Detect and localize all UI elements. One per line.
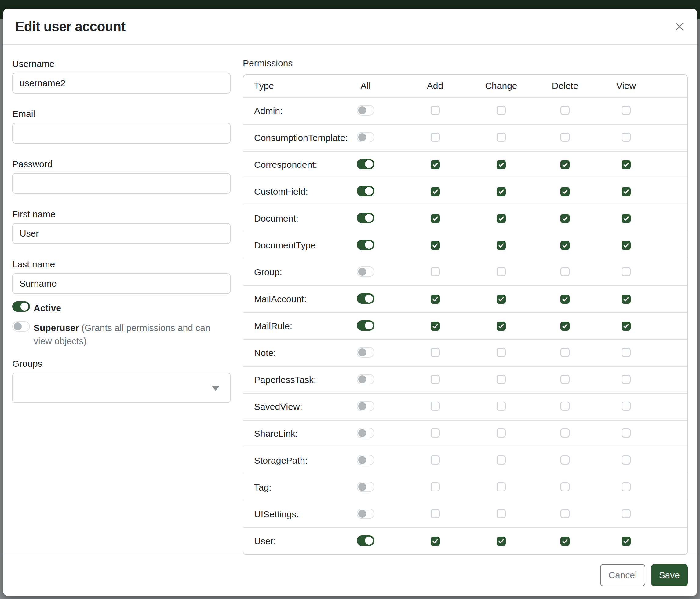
note-all-toggle[interactable] bbox=[357, 347, 374, 358]
mailrule-add-checkbox[interactable] bbox=[431, 321, 440, 331]
tag-all-toggle[interactable] bbox=[357, 482, 374, 492]
sharelink-add-checkbox[interactable] bbox=[431, 429, 440, 438]
document-change-checkbox[interactable] bbox=[497, 214, 506, 223]
edit-user-modal: Edit user account Username Email Passwor… bbox=[3, 8, 697, 596]
admin-change-checkbox[interactable] bbox=[497, 106, 506, 115]
admin-delete-checkbox[interactable] bbox=[560, 106, 570, 115]
tag-delete-checkbox[interactable] bbox=[560, 482, 570, 492]
paperlesstask-view-checkbox[interactable] bbox=[622, 375, 631, 384]
consumptiontemplate-add-checkbox[interactable] bbox=[431, 133, 440, 142]
correspondent-add-checkbox[interactable] bbox=[431, 160, 440, 169]
paperlesstask-delete-checkbox[interactable] bbox=[560, 375, 570, 384]
note-delete-checkbox[interactable] bbox=[560, 348, 570, 357]
uisettings-change-checkbox[interactable] bbox=[497, 509, 506, 518]
active-toggle[interactable] bbox=[12, 301, 30, 312]
documenttype-view-checkbox[interactable] bbox=[622, 241, 631, 250]
tag-view-checkbox[interactable] bbox=[622, 482, 631, 492]
note-view-checkbox[interactable] bbox=[622, 348, 631, 357]
consumptiontemplate-change-checkbox[interactable] bbox=[497, 133, 506, 142]
mailaccount-delete-checkbox[interactable] bbox=[560, 295, 570, 304]
admin-view-checkbox[interactable] bbox=[622, 106, 631, 115]
uisettings-delete-checkbox[interactable] bbox=[560, 509, 570, 518]
user-view-checkbox[interactable] bbox=[622, 537, 631, 546]
savedview-add-checkbox[interactable] bbox=[431, 402, 440, 411]
correspondent-view-checkbox[interactable] bbox=[622, 160, 631, 169]
paperlesstask-all-toggle[interactable] bbox=[357, 374, 374, 384]
note-add-checkbox[interactable] bbox=[431, 348, 440, 357]
savedview-delete-checkbox[interactable] bbox=[560, 402, 570, 411]
admin-add-checkbox[interactable] bbox=[431, 106, 440, 115]
group-all-toggle[interactable] bbox=[357, 266, 374, 277]
storagepath-all-toggle[interactable] bbox=[357, 455, 374, 465]
email-input[interactable] bbox=[12, 123, 231, 144]
first-name-input[interactable] bbox=[12, 223, 231, 244]
document-view-checkbox[interactable] bbox=[622, 214, 631, 223]
mailrule-all-toggle[interactable] bbox=[357, 320, 374, 331]
perm-type-label: Correspondent: bbox=[243, 160, 317, 170]
groups-select[interactable] bbox=[12, 373, 231, 403]
close-button[interactable] bbox=[672, 19, 687, 34]
customfield-all-toggle[interactable] bbox=[357, 186, 374, 196]
documenttype-add-checkbox[interactable] bbox=[431, 241, 440, 250]
correspondent-change-checkbox[interactable] bbox=[497, 160, 506, 169]
uisettings-all-toggle[interactable] bbox=[357, 508, 374, 519]
password-input[interactable] bbox=[12, 173, 231, 194]
storagepath-delete-checkbox[interactable] bbox=[560, 455, 570, 464]
paperlesstask-change-checkbox[interactable] bbox=[497, 375, 506, 384]
documenttype-delete-checkbox[interactable] bbox=[560, 241, 570, 250]
user-delete-checkbox[interactable] bbox=[560, 537, 570, 546]
mailaccount-view-checkbox[interactable] bbox=[622, 295, 631, 304]
note-change-checkbox[interactable] bbox=[497, 348, 506, 357]
cancel-button[interactable]: Cancel bbox=[600, 564, 645, 586]
customfield-view-checkbox[interactable] bbox=[622, 187, 631, 196]
customfield-add-checkbox[interactable] bbox=[431, 187, 440, 196]
correspondent-delete-checkbox[interactable] bbox=[560, 160, 570, 169]
user-change-checkbox[interactable] bbox=[497, 537, 506, 546]
document-all-toggle[interactable] bbox=[357, 213, 374, 223]
group-view-checkbox[interactable] bbox=[622, 267, 631, 276]
savedview-view-checkbox[interactable] bbox=[622, 402, 631, 411]
sharelink-view-checkbox[interactable] bbox=[622, 429, 631, 438]
mailaccount-change-checkbox[interactable] bbox=[497, 295, 506, 304]
documenttype-change-checkbox[interactable] bbox=[497, 241, 506, 250]
mailrule-delete-checkbox[interactable] bbox=[560, 321, 570, 331]
group-add-checkbox[interactable] bbox=[431, 267, 440, 276]
document-delete-checkbox[interactable] bbox=[560, 214, 570, 223]
savedview-all-toggle[interactable] bbox=[357, 401, 374, 411]
mailaccount-add-checkbox[interactable] bbox=[431, 295, 440, 304]
paperlesstask-add-checkbox[interactable] bbox=[431, 375, 440, 384]
mailrule-change-checkbox[interactable] bbox=[497, 321, 506, 331]
perm-all-cell bbox=[357, 105, 374, 117]
storagepath-change-checkbox[interactable] bbox=[497, 455, 506, 464]
consumptiontemplate-delete-checkbox[interactable] bbox=[560, 133, 570, 142]
user-add-checkbox[interactable] bbox=[431, 537, 440, 546]
customfield-change-checkbox[interactable] bbox=[497, 187, 506, 196]
group-change-checkbox[interactable] bbox=[497, 267, 506, 276]
consumptiontemplate-all-toggle[interactable] bbox=[357, 132, 374, 142]
savedview-change-checkbox[interactable] bbox=[497, 402, 506, 411]
mailaccount-all-toggle[interactable] bbox=[357, 293, 374, 304]
tag-change-checkbox[interactable] bbox=[497, 482, 506, 492]
storagepath-add-checkbox[interactable] bbox=[431, 455, 440, 464]
username-input[interactable] bbox=[12, 73, 231, 94]
mailrule-view-checkbox[interactable] bbox=[622, 321, 631, 331]
save-button[interactable]: Save bbox=[651, 564, 688, 586]
user-all-toggle[interactable] bbox=[357, 535, 374, 546]
storagepath-view-checkbox[interactable] bbox=[622, 455, 631, 464]
correspondent-all-toggle[interactable] bbox=[357, 159, 374, 169]
sharelink-change-checkbox[interactable] bbox=[497, 429, 506, 438]
consumptiontemplate-view-checkbox[interactable] bbox=[622, 133, 631, 142]
admin-all-toggle[interactable] bbox=[357, 105, 374, 116]
tag-add-checkbox[interactable] bbox=[431, 482, 440, 492]
uisettings-view-checkbox[interactable] bbox=[622, 509, 631, 518]
group-delete-checkbox[interactable] bbox=[560, 267, 570, 276]
superuser-toggle[interactable] bbox=[12, 321, 30, 332]
sharelink-all-toggle[interactable] bbox=[357, 428, 374, 438]
last-name-input[interactable] bbox=[12, 273, 231, 294]
documenttype-all-toggle[interactable] bbox=[357, 240, 374, 250]
uisettings-add-checkbox[interactable] bbox=[431, 509, 440, 518]
document-add-checkbox[interactable] bbox=[431, 214, 440, 223]
customfield-delete-checkbox[interactable] bbox=[560, 187, 570, 196]
sharelink-delete-checkbox[interactable] bbox=[560, 429, 570, 438]
perm-delete-cell bbox=[560, 537, 570, 546]
